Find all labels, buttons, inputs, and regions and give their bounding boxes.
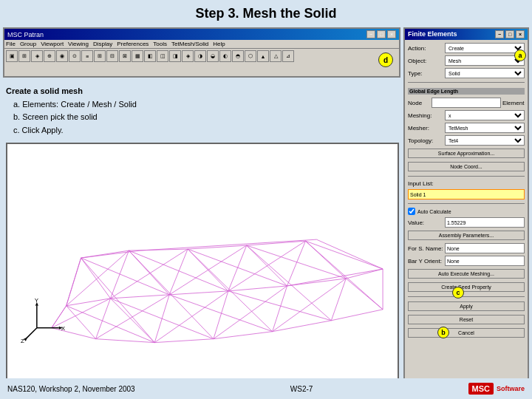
menu-display[interactable]: Display (93, 41, 112, 47)
action-row: Action: Create a (408, 43, 525, 53)
toolbar-btn-5[interactable]: ◉ (56, 50, 68, 62)
action-label: Action: (408, 45, 443, 52)
patran-toolbar: ▣ ⊞ ◈ ⊕ ◉ ⊙ ≡ ⊞ ⊟ ⊠ ▦ ◧ ◫ ◨ ◈ ◑ ◒ ◐ ◓ ⬡ (4, 49, 399, 64)
svg-line-17 (169, 295, 272, 332)
toolbar-btn-6[interactable]: ⊙ (69, 50, 81, 62)
toolbar-btn-11[interactable]: ▦ (132, 50, 143, 62)
toolbar-btn-16[interactable]: ◑ (194, 50, 206, 62)
bar-y-input[interactable] (445, 256, 525, 266)
cancel-button[interactable]: Cancel (408, 328, 525, 338)
panel-restore-button[interactable]: □ (505, 30, 514, 38)
toolbar-btn-15[interactable]: ◈ (182, 50, 194, 62)
menu-file[interactable]: File (6, 41, 16, 47)
toolbar-btn-23[interactable]: ⊿ (282, 50, 294, 62)
main-area: MSC Patran − □ × File Group Viewport Vie… (0, 26, 532, 398)
panel-titlebar: Finite Elements − □ × (405, 29, 528, 40)
object-label: Object: (408, 58, 443, 64)
node-coord-button[interactable]: Node Coord... (408, 162, 525, 171)
auto-calculate-checkbox[interactable] (408, 208, 415, 215)
separator-2 (408, 176, 525, 177)
instruction-step-b: b. Screen pick the solid (13, 111, 396, 123)
viewport[interactable]: X Y Z (6, 143, 399, 395)
toolbar-btn-4[interactable]: ⊕ (44, 50, 55, 62)
svg-line-36 (129, 250, 214, 339)
surface-approx-button[interactable]: Surface Approximation... (408, 149, 525, 158)
menu-viewport[interactable]: Viewport (41, 41, 64, 47)
input-list-field[interactable] (408, 189, 525, 200)
toolbar-btn-1[interactable]: ▣ (6, 50, 18, 62)
apply-button[interactable]: Apply (408, 301, 525, 311)
toolbar-btn-12[interactable]: ◧ (144, 50, 156, 62)
svg-line-3 (346, 269, 383, 279)
patran-menubar: File Group Viewport Viewing Display Pref… (4, 40, 399, 49)
toolbar-btn-20[interactable]: ⬡ (245, 50, 256, 62)
toolbar-btn-9[interactable]: ⊟ (106, 50, 118, 62)
toolbar-btn-3[interactable]: ◈ (31, 50, 43, 62)
svg-line-10 (273, 286, 287, 332)
type-select[interactable]: Solid (445, 68, 525, 78)
auto-calculate-row: Auto Calculate (408, 208, 525, 215)
auto-execute-button[interactable]: Auto Execute Meshing... (408, 269, 525, 279)
svg-line-1 (66, 258, 81, 306)
svg-line-49 (26, 328, 37, 339)
object-row: Object: Mesh (408, 55, 525, 66)
topology-select[interactable]: Tet4 (445, 135, 525, 146)
for-s-name-row: For S. Name: (408, 243, 525, 253)
svg-line-40 (66, 306, 96, 339)
topology-row: Topology: Tet4 (408, 135, 525, 146)
callout-a: a (514, 50, 526, 61)
svg-line-5 (110, 250, 129, 299)
toolbar-btn-21[interactable]: ▲ (257, 50, 269, 62)
svg-line-35 (81, 258, 155, 343)
toolbar-btn-17[interactable]: ◒ (207, 50, 219, 62)
create-seed-button[interactable]: Create Seed Property (408, 282, 525, 292)
meshing-select[interactable]: x (445, 110, 525, 120)
instruction-step-c: c. Click Apply. (13, 124, 396, 137)
restore-button[interactable]: □ (377, 30, 386, 38)
input-list-row: Input List: (408, 180, 525, 187)
page-title: Step 3. Mesh the Solid (0, 0, 532, 26)
svg-line-29 (287, 269, 383, 286)
action-select[interactable]: Create (445, 43, 525, 53)
value-label: Value: (408, 219, 443, 226)
svg-text:Z: Z (21, 338, 24, 344)
node-input[interactable] (432, 98, 501, 108)
menu-help[interactable]: Help (213, 41, 225, 47)
value-input[interactable] (445, 217, 525, 228)
for-s-name-label: For S. Name: (408, 245, 443, 252)
svg-line-33 (247, 245, 287, 286)
toolbar-btn-22[interactable]: △ (270, 50, 282, 62)
msc-software-text: Software (497, 385, 525, 392)
menu-tools[interactable]: Tools (153, 41, 167, 47)
panel-minimize-button[interactable]: − (495, 30, 504, 38)
toolbar-btn-13[interactable]: ◫ (157, 50, 168, 62)
svg-line-9 (228, 245, 247, 291)
toolbar-btn-2[interactable]: ⊞ (18, 50, 30, 62)
toolbar-btn-18[interactable]: ◐ (219, 50, 231, 62)
mesher-select[interactable]: TetMesh (445, 123, 525, 133)
toolbar-btn-14[interactable]: ◨ (169, 50, 181, 62)
close-button[interactable]: × (387, 30, 396, 38)
toolbar-btn-8[interactable]: ⊞ (94, 50, 106, 62)
toolbar-btn-7[interactable]: ≡ (81, 50, 93, 62)
reset-button[interactable]: Reset (408, 315, 525, 324)
svg-line-11 (287, 241, 306, 286)
instruction-intro: Create a solid mesh (6, 85, 396, 98)
separator-4 (408, 296, 525, 297)
minimize-button[interactable]: − (366, 30, 375, 38)
node-label: Node (408, 100, 430, 106)
menu-tetmesh[interactable]: TetMesh/Solid (171, 41, 208, 47)
instruction-step-a: a. Elements: Create / Mesh / Solid (13, 98, 396, 111)
toolbar-btn-10[interactable]: ⊠ (119, 50, 131, 62)
menu-preferences[interactable]: Preferences (117, 41, 149, 47)
menu-group[interactable]: Group (20, 41, 36, 47)
object-select[interactable]: Mesh (445, 55, 525, 66)
assembly-params-button[interactable]: Assembly Parameters... (408, 231, 525, 240)
menu-viewing[interactable]: Viewing (68, 41, 89, 47)
patran-titlebar: MSC Patran − □ × (4, 29, 399, 40)
for-s-name-input[interactable] (445, 243, 525, 253)
toolbar-btn-19[interactable]: ◓ (232, 50, 244, 62)
footer-left: NAS120, Workshop 2, November 2003 (7, 385, 135, 393)
svg-line-41 (110, 299, 154, 343)
panel-close-button[interactable]: × (516, 30, 525, 38)
